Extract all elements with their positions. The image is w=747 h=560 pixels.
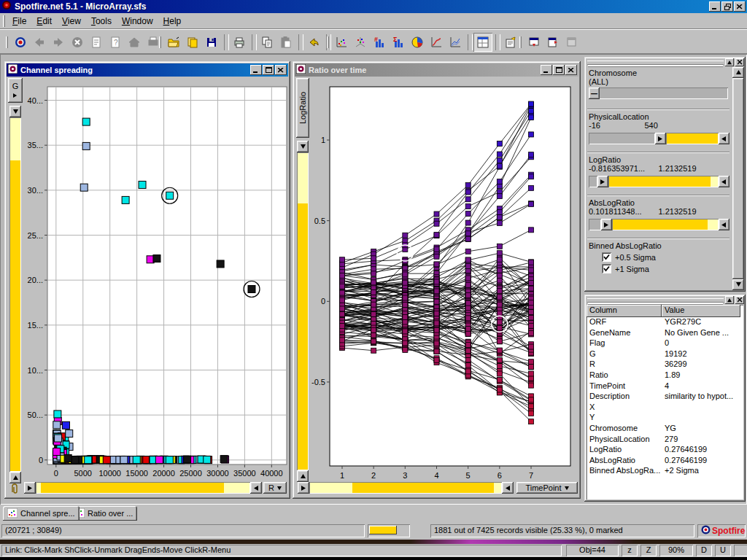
menu-item-edit[interactable]: Edit: [31, 15, 57, 28]
channel-title-bar[interactable]: Channel spreading: [7, 63, 288, 77]
range-track[interactable]: [9, 117, 21, 472]
toolbar-grip[interactable]: [519, 36, 522, 48]
details-row[interactable]: X: [587, 402, 743, 413]
tab-channel-spre-[interactable]: Channel spre...: [3, 506, 80, 521]
scatter-chart-icon[interactable]: [332, 33, 351, 52]
scroll-up-button[interactable]: [732, 67, 744, 78]
x-range-slider[interactable]: [298, 482, 514, 494]
histogram-icon[interactable]: Σ: [389, 33, 408, 52]
details-row[interactable]: Descriptionsimilarity to hypot...: [587, 392, 743, 402]
checkbox-+0.5-sigma[interactable]: [602, 252, 611, 262]
details-header-value[interactable]: Value: [662, 305, 740, 317]
bullseye-icon[interactable]: [11, 33, 30, 52]
menu-item-file[interactable]: File: [7, 15, 31, 28]
details-row[interactable]: Binned AbsLogRa...+2 Sigma: [587, 466, 743, 477]
toolbar-grip[interactable]: [159, 36, 161, 48]
minimize-button[interactable]: [709, 1, 721, 12]
export-down-icon[interactable]: [525, 33, 543, 52]
range-slider[interactable]: [589, 219, 728, 230]
details-row[interactable]: AbsLogRatio0.27646199: [587, 456, 743, 467]
details-row[interactable]: R36299: [587, 359, 743, 370]
item-slider-track[interactable]: [589, 88, 728, 99]
toolbar-grip[interactable]: [6, 36, 8, 48]
undo-icon[interactable]: [304, 33, 323, 52]
query-panel-title-bar[interactable]: [586, 58, 744, 67]
table-view-icon[interactable]: [473, 33, 492, 52]
range-selected-track[interactable]: [612, 219, 719, 230]
tab-ratio-over-[interactable]: Ratio over ...: [70, 506, 137, 521]
details-row[interactable]: G19192: [587, 349, 743, 360]
checkbox-+1-sigma[interactable]: [602, 264, 611, 273]
query-scrollbar[interactable]: [732, 67, 744, 290]
title-bar[interactable]: Spotfire.net 5.1 - MicroArray.sfs: [0, 0, 747, 13]
profile-chart-icon[interactable]: [446, 33, 465, 52]
panel-maximize-button[interactable]: [725, 296, 734, 304]
restore-button[interactable]: [721, 1, 733, 12]
menu-item-help[interactable]: Help: [158, 15, 187, 28]
range-track[interactable]: [36, 482, 250, 494]
panel-maximize-button[interactable]: [725, 58, 734, 66]
range-left-arrow-button[interactable]: [597, 176, 608, 187]
range-arrow-right-button[interactable]: [24, 482, 36, 494]
bar-chart-icon[interactable]: #: [370, 33, 389, 52]
range-arrow-up-button[interactable]: [297, 470, 309, 482]
details-table[interactable]: ColumnValueORFYGR279CGeneNameNo Given Ge…: [587, 305, 743, 499]
line-chart-icon[interactable]: [427, 33, 446, 52]
range-selected-track[interactable]: [608, 176, 719, 187]
range-arrow-left-button[interactable]: [250, 482, 262, 494]
details-row[interactable]: ORFYGR279C: [587, 317, 743, 328]
details-row[interactable]: ChromosomeYG: [587, 424, 743, 435]
pie-chart-icon[interactable]: [408, 33, 427, 52]
close-button[interactable]: [275, 65, 287, 75]
range-track[interactable]: [297, 152, 309, 470]
range-selected-track[interactable]: [666, 133, 719, 144]
range-right-arrow-button[interactable]: [719, 176, 729, 187]
range-left-arrow-button[interactable]: [601, 219, 612, 230]
panel-grip[interactable]: [587, 61, 724, 65]
duplicate-icon[interactable]: [183, 33, 202, 52]
minimize-button[interactable]: [250, 65, 262, 75]
close-button[interactable]: [565, 65, 577, 75]
details-row[interactable]: TimePoint4: [587, 381, 743, 392]
channel-spreading-window[interactable]: Channel spreading G 40...35...30...25...…: [4, 61, 290, 499]
range-arrow-left-button[interactable]: [502, 482, 514, 494]
details-panel-title-bar[interactable]: [586, 296, 744, 305]
scroll-down-button[interactable]: [732, 279, 744, 290]
range-left-arrow-button[interactable]: [655, 133, 666, 144]
range-deselected-track[interactable]: [589, 176, 597, 187]
scatter-3d-icon[interactable]: [351, 33, 370, 52]
maximize-button[interactable]: [553, 65, 565, 75]
range-deselected-track[interactable]: [589, 219, 601, 230]
range-arrow-down-button[interactable]: [9, 106, 21, 117]
panel-close-button[interactable]: [735, 296, 744, 304]
details-row[interactable]: LogRatio0.27646199: [587, 445, 743, 456]
range-arrow-right-button[interactable]: [298, 482, 309, 494]
x-axis-selector-button[interactable]: R: [263, 482, 287, 494]
range-arrow-down-button[interactable]: [297, 141, 309, 152]
copy-icon[interactable]: [258, 33, 276, 52]
menu-item-tools[interactable]: Tools: [86, 15, 117, 28]
save-icon[interactable]: [202, 33, 221, 52]
details-row[interactable]: GeneNameNo Given Gene ...: [587, 328, 743, 339]
details-row[interactable]: Flag0: [587, 338, 743, 349]
close-button[interactable]: [734, 1, 746, 12]
scroll-thumb[interactable]: [732, 78, 744, 279]
item-slider[interactable]: –: [589, 88, 728, 99]
range-deselected-track[interactable]: [589, 133, 655, 144]
item-slider-handle[interactable]: –: [589, 88, 600, 99]
menu-grip[interactable]: [3, 15, 5, 27]
minimize-button[interactable]: [541, 65, 552, 75]
range-slider[interactable]: [589, 133, 728, 144]
properties-icon[interactable]: [501, 33, 520, 52]
panel-close-button[interactable]: [735, 58, 744, 66]
details-row[interactable]: Ratio1.89: [587, 370, 743, 381]
details-row[interactable]: PhysicalLocation279: [587, 435, 743, 446]
range-track[interactable]: [309, 482, 502, 494]
profile-plot[interactable]: 10.50-0.51234567: [309, 79, 578, 485]
menu-item-view[interactable]: View: [57, 15, 86, 28]
range-slider[interactable]: [589, 176, 728, 187]
range-arrow-up-button[interactable]: [9, 472, 21, 483]
open-icon[interactable]: [164, 33, 183, 52]
details-header-column[interactable]: Column: [587, 305, 662, 317]
ratio-title-bar[interactable]: Ratio over time: [295, 63, 578, 77]
